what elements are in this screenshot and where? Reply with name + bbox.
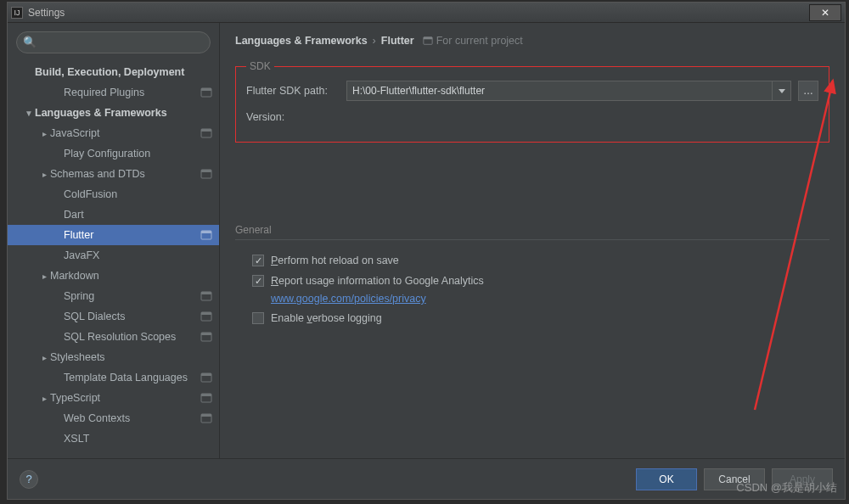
sdk-version-label: Version:	[246, 111, 340, 123]
chevron-right-icon: ▸	[38, 394, 50, 403]
tree-build[interactable]: ▸Build, Execution, Deployment	[8, 62, 219, 82]
project-scope-icon	[200, 331, 212, 343]
project-scope-icon	[200, 311, 212, 322]
analytics-link[interactable]: www.google.com/policies/privacy	[271, 293, 426, 305]
breadcrumb-b: Flutter	[381, 35, 414, 47]
tree-xslt[interactable]: ▸XSLT	[8, 428, 219, 449]
project-scope-icon	[200, 229, 212, 241]
project-scope-icon	[200, 87, 212, 98]
apply-button[interactable]: Apply	[772, 468, 833, 490]
svg-rect-19	[201, 414, 211, 417]
project-scope-icon	[200, 392, 212, 404]
analytics-label: RReport usage information to Google Anal…	[271, 275, 484, 287]
sdk-path-input[interactable]	[346, 81, 773, 101]
tree-spring[interactable]: ▸Spring	[8, 286, 219, 306]
project-scope-icon	[423, 36, 433, 46]
help-button[interactable]: ?	[20, 470, 38, 489]
svg-rect-9	[201, 292, 211, 294]
tree-languages-frameworks[interactable]: ▼Languages & Frameworks	[8, 103, 219, 123]
svg-rect-13	[201, 333, 211, 335]
svg-rect-21	[424, 37, 432, 40]
search-input[interactable]	[16, 31, 211, 53]
tree-stylesheets[interactable]: ▸Stylesheets	[8, 347, 219, 367]
hot-reload-label: PPerform hot reload on saveerform hot re…	[271, 255, 399, 266]
ok-button[interactable]: OK	[636, 468, 697, 490]
tree-typescript[interactable]: ▸TypeScript	[8, 388, 219, 408]
verbose-label: Enable vEnable verbose loggingerbose log…	[271, 312, 382, 324]
verbose-checkbox[interactable]	[252, 312, 264, 324]
tree-template-langs[interactable]: ▸Template Data Languages	[8, 367, 219, 388]
tree-javascript[interactable]: ▸JavaScript	[8, 123, 219, 143]
project-scope-icon	[200, 412, 212, 424]
tree-play-config[interactable]: ▸Play Configuration	[8, 143, 219, 164]
chevron-right-icon: ▸	[38, 272, 50, 281]
breadcrumb-a[interactable]: Languages & Frameworks	[235, 35, 368, 47]
tree-required-plugins[interactable]: ▸Required Plugins	[8, 82, 219, 103]
tree-javafx[interactable]: ▸JavaFX	[8, 245, 219, 266]
project-scope-icon	[200, 290, 212, 302]
chevron-right-icon: ▸	[38, 129, 50, 138]
project-scope-icon	[200, 127, 212, 139]
tree-web-contexts[interactable]: ▸Web Contexts	[8, 408, 219, 428]
chevron-right-icon: ▸	[38, 170, 50, 179]
hot-reload-checkbox[interactable]	[252, 255, 264, 266]
chevron-down-icon: ▼	[23, 109, 35, 118]
svg-rect-15	[201, 373, 211, 376]
svg-rect-7	[201, 231, 211, 233]
svg-rect-1	[201, 88, 211, 91]
window-close-button[interactable]: ✕	[809, 4, 841, 21]
svg-rect-3	[201, 129, 211, 132]
cancel-button[interactable]: Cancel	[704, 468, 765, 490]
chevron-right-icon: ▸	[38, 353, 50, 362]
settings-tree[interactable]: ▸Build, Execution, Deployment ▸Required …	[8, 62, 219, 458]
tree-sql-resolution[interactable]: ▸SQL Resolution Scopes	[8, 327, 219, 347]
app-icon: IJ	[11, 7, 23, 19]
sdk-path-label: Flutter SDK path:	[246, 85, 340, 97]
settings-search[interactable]: 🔍	[16, 31, 211, 53]
window-title: Settings	[28, 7, 65, 19]
sdk-path-dropdown[interactable]	[773, 81, 791, 101]
svg-rect-11	[201, 312, 211, 315]
breadcrumb: Languages & Frameworks › Flutter For cur…	[235, 35, 829, 47]
svg-rect-5	[201, 170, 211, 172]
sdk-path-browse-button[interactable]: …	[798, 81, 818, 101]
general-section: General PPerform hot reload on saveerfor…	[235, 224, 829, 328]
breadcrumb-hint: For current project	[436, 35, 523, 47]
tree-sql-dialects[interactable]: ▸SQL Dialects	[8, 306, 219, 327]
tree-markdown[interactable]: ▸Markdown	[8, 266, 219, 286]
tree-coldfusion[interactable]: ▸ColdFusion	[8, 184, 219, 204]
tree-schemas[interactable]: ▸Schemas and DTDs	[8, 164, 219, 184]
sdk-legend: SDK	[246, 60, 274, 72]
analytics-checkbox[interactable]	[252, 275, 264, 287]
general-legend: General	[235, 224, 829, 236]
sdk-section: SDK Flutter SDK path: … Version:	[235, 60, 829, 143]
project-scope-icon	[200, 168, 212, 180]
tree-flutter[interactable]: ▸Flutter	[8, 225, 219, 245]
svg-rect-17	[201, 394, 211, 396]
tree-dart[interactable]: ▸Dart	[8, 204, 219, 225]
project-scope-icon	[200, 372, 212, 384]
